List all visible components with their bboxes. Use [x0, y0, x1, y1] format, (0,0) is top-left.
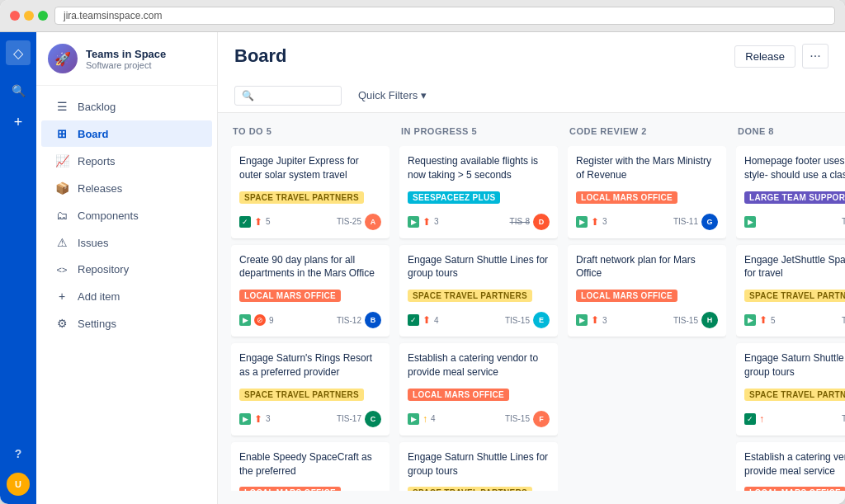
card-id: TIS-25 [337, 217, 361, 226]
story-icon: ▶ [576, 314, 588, 326]
search-nav-icon[interactable]: 🔍 [6, 78, 31, 103]
card-todo-4[interactable]: Enable Speedy SpaceCraft as the preferre… [231, 442, 389, 491]
card-meta: ✓ ⬆ 4 [408, 314, 439, 326]
sidebar-item-reports[interactable]: 📈 Reports [41, 148, 212, 174]
settings-icon: ⚙ [54, 317, 69, 330]
release-button[interactable]: Release [734, 45, 795, 68]
quick-filters-button[interactable]: Quick Filters ▾ [350, 85, 435, 106]
board-title-row: Board Release ··· [234, 44, 828, 68]
card-done-2[interactable]: Engage JetShuttle SpaceWays for travel S… [736, 245, 845, 337]
card-id-meta: TIS-12 B [337, 312, 381, 328]
check-icon: ✓ [744, 413, 756, 425]
board-icon: ⊞ [54, 127, 69, 140]
ellipsis-icon: ··· [810, 49, 820, 64]
card-id-meta: TIS-25 A [337, 214, 381, 230]
story-icon: ▶ [744, 314, 756, 326]
card-tag: LOCAL MARS OFFICE [576, 191, 677, 204]
global-nav: ◇ 🔍 + ? U [0, 32, 36, 504]
card-id-meta: TIS-8 D [510, 214, 550, 230]
card-todo-3[interactable]: Engage Saturn's Rings Resort as a prefer… [231, 343, 389, 436]
card-id: TIS-8 [510, 217, 530, 226]
sidebar-item-issues[interactable]: ⚠ Issues [41, 229, 212, 256]
card-codereview-1[interactable]: Register with the Mars Ministry of Reven… [568, 146, 726, 238]
card-inprogress-3[interactable]: Establish a catering vendor to provide m… [399, 343, 558, 436]
user-avatar[interactable]: U [7, 473, 30, 496]
sidebar-label-issues: Issues [78, 237, 109, 249]
column-cards-todo: Engage Jupiter Express for outer solar s… [231, 146, 389, 491]
avatar: E [533, 312, 550, 328]
card-id: TIS-17 [337, 414, 361, 423]
project-name: Teams in Space [86, 48, 166, 60]
repository-icon: <> [54, 265, 69, 275]
card-tag: LARGE TEAM SUPPORT [744, 191, 845, 204]
sidebar-label-settings: Settings [78, 318, 116, 330]
column-cards-done: Homepage footer uses an inline style- sh… [736, 146, 845, 491]
card-todo-2[interactable]: Create 90 day plans for all departments … [231, 245, 389, 337]
card-id-meta: TIS-68 I [842, 214, 845, 230]
search-box[interactable]: 🔍 [234, 86, 342, 106]
column-inprogress: IN PROGRESS 5 Requesting available fligh… [399, 126, 558, 491]
priority-icon: ⬆ [759, 314, 767, 326]
card-id: TIS-15 [673, 316, 698, 325]
avatar: B [365, 312, 381, 328]
card-done-3[interactable]: Engage Saturn Shuttle Lines for group to… [736, 343, 845, 436]
create-nav-icon[interactable]: + [6, 110, 31, 134]
column-header-todo: TO DO 5 [231, 126, 389, 139]
card-inprogress-4[interactable]: Engage Saturn Shuttle Lines for group to… [399, 442, 558, 491]
sidebar-item-components[interactable]: 🗂 Components [41, 202, 212, 228]
card-tag: LOCAL MARS OFFICE [408, 389, 509, 401]
card-id: TIS-11 [673, 217, 698, 226]
story-icon: ▶ [239, 413, 251, 425]
count: 5 [266, 217, 271, 226]
sidebar-label-backlog: Backlog [78, 101, 116, 113]
global-nav-bottom: ? U [6, 441, 31, 496]
components-icon: 🗂 [54, 209, 69, 222]
sidebar-label-repository: Repository [78, 263, 129, 276]
card-tag: LOCAL MARS OFFICE [239, 487, 341, 491]
card-title: Establish a catering vendor to provide m… [744, 450, 845, 478]
sidebar-item-add-item[interactable]: + Add item [41, 283, 212, 309]
card-inprogress-2[interactable]: Engage Saturn Shuttle Lines for group to… [399, 245, 558, 337]
browser-window: jira.teamsinspace.com ◇ 🔍 + ? U 🚀 [0, 0, 845, 504]
card-title: Draft network plan for Mars Office [576, 253, 718, 281]
card-id: TIS-23 [842, 316, 845, 325]
avatar: A [365, 214, 381, 230]
help-nav-icon[interactable]: ? [6, 441, 31, 466]
plus-icon: + [14, 114, 23, 131]
sidebar-label-add-item: Add item [78, 290, 120, 303]
quick-filters-label: Quick Filters [358, 89, 418, 101]
card-codereview-2[interactable]: Draft network plan for Mars Office LOCAL… [568, 245, 726, 337]
card-tag: LOCAL MARS OFFICE [576, 290, 677, 302]
blocked-icon: ⊘ [254, 314, 266, 326]
card-id-meta: TIS-15 H [673, 312, 718, 328]
sidebar-item-board[interactable]: ⊞ Board [41, 120, 212, 147]
card-done-1[interactable]: Homepage footer uses an inline style- sh… [736, 146, 845, 238]
maximize-button[interactable] [38, 11, 48, 21]
address-bar[interactable]: jira.teamsinspace.com [54, 7, 835, 25]
sidebar-item-settings[interactable]: ⚙ Settings [41, 310, 212, 337]
card-done-4[interactable]: Establish a catering vendor to provide m… [736, 442, 845, 491]
card-id: TIS-68 [842, 217, 845, 226]
story-icon: ▶ [408, 413, 419, 425]
releases-icon: 📦 [54, 181, 69, 195]
backlog-icon: ☰ [54, 100, 69, 113]
sidebar-item-backlog[interactable]: ☰ Backlog [41, 93, 212, 120]
column-cards-codereview: Register with the Mars Ministry of Reven… [568, 146, 726, 491]
board-filters: 🔍 Quick Filters ▾ [234, 78, 828, 112]
card-title: Engage Saturn Shuttle Lines for group to… [408, 253, 550, 281]
app-logo[interactable]: ◇ [6, 40, 31, 65]
minimize-button[interactable] [24, 11, 34, 21]
card-meta: ▶ ⬆ 3 [408, 216, 439, 228]
card-inprogress-1[interactable]: Requesting available flights is now taki… [399, 146, 558, 238]
card-footer: ▶ ⬆ 3 TIS-17 C [239, 411, 381, 427]
close-button[interactable] [10, 11, 20, 21]
card-todo-1[interactable]: Engage Jupiter Express for outer solar s… [231, 146, 389, 238]
search-input[interactable] [259, 90, 325, 101]
count: 4 [431, 414, 436, 423]
sidebar-label-reports: Reports [78, 155, 116, 167]
project-header: 🚀 Teams in Space Software project [36, 32, 217, 86]
project-info: Teams in Space Software project [86, 48, 166, 70]
more-options-button[interactable]: ··· [802, 44, 828, 68]
sidebar-item-repository[interactable]: <> Repository [41, 257, 212, 282]
sidebar-item-releases[interactable]: 📦 Releases [41, 175, 212, 201]
